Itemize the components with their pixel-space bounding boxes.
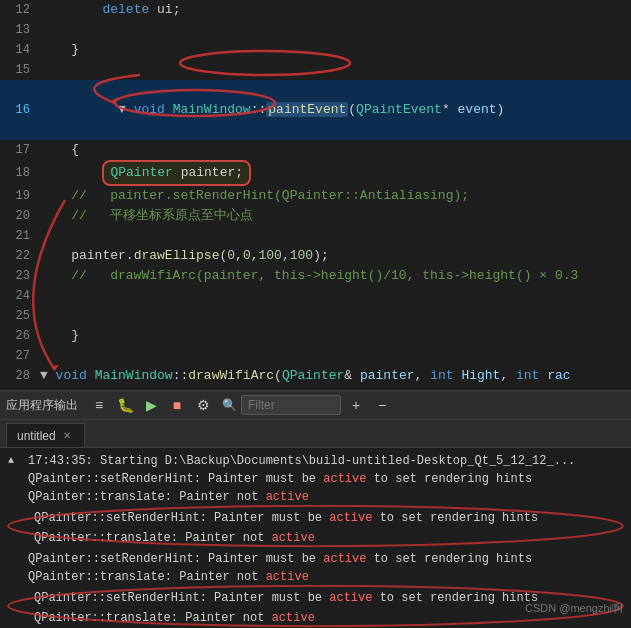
code-line-22: 22 painter.drawEllipse(0,0,100,100); [0,246,631,266]
output-text: QPainter::setRenderHint: Painter must be… [34,509,617,527]
line-number: 26 [4,326,40,346]
code-line-20: 20 // 平移坐标系原点至中心点 [0,206,631,226]
line-number: 17 [4,140,40,160]
output-text: QPainter::translate: Painter not active [28,488,623,506]
output-text: 17:43:35: Starting D:\Backup\Documents\b… [28,452,623,470]
line-number: 15 [4,60,40,80]
panel-toolbar: 应用程序输出 ≡ 🐛 ▶ ■ ⚙ 🔍 + − [0,390,631,420]
output-text: QPainter::translate: Painter not active [28,568,623,586]
output-line-5: QPainter::setRenderHint: Painter must be… [0,550,631,568]
output-line-3-highlighted: QPainter::setRenderHint: Painter must be… [6,508,625,528]
code-line-15: 15 [0,60,631,80]
tab-label: untitled [17,429,56,443]
toolbar-btn-settings[interactable]: ⚙ [192,394,214,416]
output-panel[interactable]: ▲ 17:43:35: Starting D:\Backup\Documents… [0,448,631,628]
toolbar-btn-run[interactable]: ▶ [140,394,162,416]
code-line-25: 25 [0,306,631,326]
code-line-16: 16 ▼ void MainWindow::paintEvent(QPaintE… [0,80,631,140]
tab-untitled[interactable]: untitled ✕ [6,423,85,447]
line-number: 24 [4,286,40,306]
line-number: 13 [4,20,40,40]
toolbar-btn-plus[interactable]: + [345,394,367,416]
code-line-17: 17 { [0,140,631,160]
code-lines: 12 delete ui; 13 14 } 15 16 [0,0,631,390]
line-content: delete ui; [40,0,180,20]
line-number: 18 [4,163,40,183]
tab-close-btn[interactable]: ✕ [60,429,74,443]
line-content: { [40,140,79,160]
line-number: 22 [4,246,40,266]
line-number: 19 [4,186,40,206]
line-number: 23 [4,266,40,286]
code-line-21: 21 [0,226,631,246]
line-number: 16 [4,100,40,120]
filter-input[interactable] [241,395,341,415]
output-line-4-highlighted: QPainter::translate: Painter not active [6,528,625,548]
line-content: { [40,386,79,390]
line-content: } [40,326,79,346]
line-number: 12 [4,0,40,20]
output-text: QPainter::translate: Painter not active [34,529,617,547]
toolbar-btn-debug[interactable]: 🐛 [114,394,136,416]
code-line-12: 12 delete ui; [0,0,631,20]
code-line-14: 14 } [0,40,631,60]
code-line-26: 26 } [0,326,631,346]
output-line-2: QPainter::translate: Painter not active [0,488,631,506]
line-content: ▼ void MainWindow::drawWifiArc(QPainter&… [40,366,571,386]
code-line-24: 24 [0,286,631,306]
line-number: 21 [4,226,40,246]
output-text: QPainter::setRenderHint: Painter must be… [28,470,623,488]
panel-title: 应用程序输出 [6,397,78,414]
code-line-28: 28 ▼ void MainWindow::drawWifiArc(QPaint… [0,366,631,386]
code-line-13: 13 [0,20,631,40]
code-line-27: 27 [0,346,631,366]
code-line-18: 18 QPainter painter; [0,160,631,186]
line-content: ▼ void MainWindow::paintEvent(QPaintEven… [40,80,504,140]
output-line-start: ▲ 17:43:35: Starting D:\Backup\Documents… [0,452,631,470]
search-icon: 🔍 [222,398,237,413]
output-text: QPainter::setRenderHint: Painter must be… [28,550,623,568]
code-line-19: 19 // painter.setRenderHint(QPainter::An… [0,186,631,206]
code-line-29: 29 { [0,386,631,390]
toolbar-btn-minus[interactable]: − [371,394,393,416]
watermark: CSDN @mengzhi啊 [525,601,623,616]
line-number: 20 [4,206,40,226]
line-number: 28 [4,366,40,386]
line-content: // 平移坐标系原点至中心点 [40,206,253,226]
line-number: 25 [4,306,40,326]
code-line-23: 23 // drawWifiArc(painter, this->height(… [0,266,631,286]
code-editor[interactable]: 12 delete ui; 13 14 } 15 16 [0,0,631,390]
line-number: 29 [4,386,40,390]
toolbar-btn-list[interactable]: ≡ [88,394,110,416]
line-number: 27 [4,346,40,366]
output-line-6: QPainter::translate: Painter not active [0,568,631,586]
line-content: // drawWifiArc(painter, this->height()/1… [40,266,578,286]
line-content: } [40,40,79,60]
arrow-up-icon: ▲ [8,452,24,470]
tab-bar: untitled ✕ [0,420,631,448]
line-content: painter.drawEllipse(0,0,100,100); [40,246,329,266]
line-content: // painter.setRenderHint(QPainter::Antia… [40,186,469,206]
toolbar-btn-stop[interactable]: ■ [166,394,188,416]
line-number: 14 [4,40,40,60]
output-line-1: QPainter::setRenderHint: Painter must be… [0,470,631,488]
line-content: QPainter painter; [40,160,251,186]
